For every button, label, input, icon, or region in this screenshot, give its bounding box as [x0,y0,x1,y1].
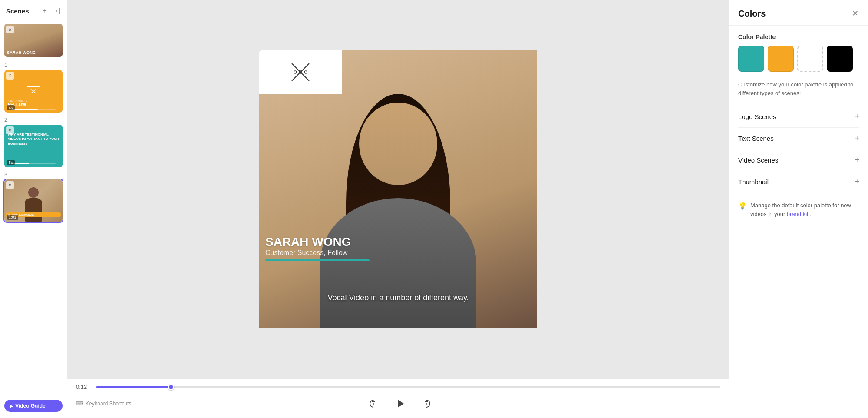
video-scenes-row[interactable]: Video Scenes + [738,149,859,171]
thumbnail-label: Thumbnail [738,178,769,186]
scene-1-progress-bar [11,109,56,110]
scene-1-item[interactable]: ✕ AND PARTNERS FELLOW [4,70,63,113]
add-scene-button[interactable]: + [42,6,48,16]
colors-title: Colors [738,9,766,19]
scene-1-close-icon[interactable]: ✕ [6,72,14,80]
scene-2-number: 2 [0,115,67,124]
timeline-row: 0:12 [76,384,720,390]
video-frame: SARAH WONG Customer Success, Fellow Voca… [259,50,537,328]
brand-kit-link: 💡 Manage the default color palette for n… [738,201,859,218]
brand-kit-text: Manage the default color palette for new… [750,201,859,218]
expand-panel-button[interactable]: →| [51,6,62,16]
video-scenes-label: Video Scenes [738,156,778,164]
scene-1-number: 1 [0,60,67,69]
scene-1-duration: 4s [7,105,15,110]
colors-body: Color Palette Customize how your color p… [729,26,868,226]
scenes-spacer [0,225,67,400]
intro-close-icon[interactable]: ✕ [6,26,14,33]
video-preview-container: SARAH WONG Customer Success, Fellow Voca… [67,0,729,379]
scene-3-close-icon[interactable]: ✕ [6,181,14,189]
lower-third-title: Customer Success, Fellow [265,249,537,257]
palette-label: Color Palette [738,33,859,40]
logo-scenes-row[interactable]: Logo Scenes + [738,106,859,128]
main-logo-svg [287,61,314,83]
forward-icon: 5 [420,398,432,410]
scene-2-inner: ✕ WHY ARE TESTIMONIAL VIDEOS IMPORTANT T… [4,125,63,167]
forward-button[interactable]: 5 [419,396,434,411]
svg-point-5 [294,71,297,73]
text-scenes-row[interactable]: Text Scenes + [738,128,859,149]
bulb-icon: 💡 [738,202,747,210]
scene-2-progress-container [8,161,59,164]
scene-3-item[interactable]: ✕ WHY ARE TESTIMONIAL... 1:01 [4,179,63,222]
scenes-title: Scenes [6,7,29,15]
scene-2-close-icon[interactable]: ✕ [6,126,14,134]
playback-controls: 5 5 [366,395,434,412]
text-scenes-label: Text Scenes [738,135,774,142]
svg-marker-8 [398,400,404,408]
customize-text: Customize how your color palette is appl… [738,80,859,97]
scene-2-item[interactable]: ✕ WHY ARE TESTIMONIAL VIDEOS IMPORTANT T… [4,125,63,167]
video-face [359,103,437,185]
scene-3-person [20,187,46,222]
video-guide-play-icon: ▶ [10,404,13,408]
lower-third-bar [265,259,370,261]
scene-1-logo-svg [30,88,37,94]
play-icon [393,397,406,410]
scene-3-head [28,187,39,198]
scene-1-label: FELLOW [8,102,59,107]
play-button[interactable] [392,395,408,412]
keyboard-icon: ⌨ [76,401,83,407]
time-display: 0:12 [76,384,91,390]
brand-kit-suffix: . [810,211,812,217]
swatch-empty[interactable] [797,46,823,72]
svg-point-6 [304,71,307,73]
lower-third-name: SARAH WONG [265,235,537,249]
intro-scene-label: SARAH WONG [7,50,36,55]
logo-symbol [287,61,314,83]
keyboard-shortcuts[interactable]: ⌨ Keyboard Shortcuts [76,401,131,407]
scene-3-duration: 1:01 [7,215,18,220]
timeline-track[interactable] [96,386,720,388]
close-colors-button[interactable]: ✕ [851,8,859,19]
keyboard-shortcuts-label: Keyboard Shortcuts [86,401,131,407]
scene-1-logo-box [27,86,40,96]
rewind-button[interactable]: 5 [366,396,381,411]
text-scenes-add-icon: + [855,134,859,143]
timeline-thumb[interactable] [168,384,174,390]
scenes-header: Scenes + →| [0,0,67,20]
brand-kit-link-text[interactable]: brand kit [787,211,809,217]
scene-2-duration: 5s [7,160,15,165]
video-subtitle: Vocal Video in a number of different way… [259,293,537,302]
forward-label: 5 [426,402,427,405]
colors-panel: Colors ✕ Color Palette Customize how you… [729,0,868,418]
lower-third: SARAH WONG Customer Success, Fellow [259,235,537,261]
scene-3-number: 3 [0,170,67,179]
swatch-orange[interactable] [768,46,794,72]
main-area: SARAH WONG Customer Success, Fellow Voca… [67,0,729,418]
rewind-icon: 5 [367,398,380,410]
video-logo-overlay [259,50,342,94]
scenes-panel: Scenes + →| ✕ SARAH WONG 1 ✕ [0,0,67,418]
scene-1-inner: ✕ AND PARTNERS FELLOW [4,70,63,113]
thumbnail-row[interactable]: Thumbnail + [738,171,859,192]
scene-2-label: WHY ARE TESTIMONIAL VIDEOS IMPORTANT TO … [8,133,59,146]
video-body [320,198,476,328]
logo-scenes-label: Logo Scenes [738,113,776,120]
logo-scenes-add-icon: + [855,112,859,121]
swatch-black[interactable] [827,46,853,72]
scene-1-progress-fill [11,109,38,110]
video-guide-label: Video Guide [15,403,46,409]
video-scenes-add-icon: + [855,156,859,165]
rewind-label: 5 [373,402,374,405]
video-guide-button[interactable]: ▶ Video Guide [4,400,63,412]
scene-1-logo [8,86,59,96]
scene-3-body [25,198,42,222]
scenes-header-actions: + →| [42,6,62,16]
controls-row: ⌨ Keyboard Shortcuts 5 [76,394,720,414]
color-palette-row [738,46,859,72]
swatch-teal[interactable] [738,46,764,72]
scene-2-progress-bar [11,163,56,164]
scene-3-inner: ✕ WHY ARE TESTIMONIAL... 1:01 [4,179,63,222]
intro-scene-thumbnail[interactable]: ✕ SARAH WONG [4,24,63,57]
